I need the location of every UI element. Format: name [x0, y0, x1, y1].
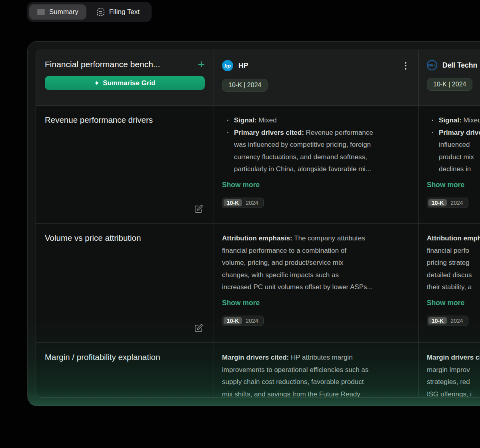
filing-badge[interactable]: 10-K | 2024	[222, 79, 268, 92]
cell-line: their stability, a	[427, 281, 480, 294]
benchmark-grid-panel: Financial performance bench... + ✦ Summa…	[36, 50, 480, 398]
cell-line: changes, with specific impacts such as	[222, 269, 412, 282]
summarise-grid-button[interactable]: ✦ Summarise Grid	[45, 76, 205, 90]
summarise-grid-label: Summarise Grid	[103, 79, 155, 87]
cell-hp-volume: Attribution emphasis: The company attrib…	[214, 224, 419, 343]
show-more-link[interactable]: Show more	[222, 181, 260, 189]
cell-hp-revenue: Signal: Mixed Primary drivers cited: Rev…	[214, 106, 419, 224]
list-icon	[37, 9, 45, 15]
cell-dell-revenue: Signal: Mixed Primary drivers cited: inf…	[419, 106, 480, 224]
cell-line: pricing strateg	[427, 257, 480, 269]
add-column-button[interactable]: +	[198, 60, 205, 69]
show-more-link[interactable]: Show more	[222, 299, 260, 307]
citation-badge[interactable]: 10-K2024	[427, 198, 468, 208]
hp-logo-icon: hp	[222, 60, 233, 71]
tab-filing-text-label: Filing Text	[109, 8, 140, 16]
column-header-hp: hp HP 10-K | 2024	[214, 50, 419, 106]
cell-line: Signal: Mixed	[427, 114, 480, 127]
citation-badge[interactable]: 10-K2024	[222, 316, 264, 326]
grid-title: Financial performance bench...	[45, 60, 160, 69]
company-name: HP	[238, 62, 248, 70]
filing-badge[interactable]: 10-K | 2024	[427, 78, 472, 91]
edit-row-icon[interactable]	[194, 324, 203, 333]
show-more-link[interactable]: Show more	[427, 299, 464, 307]
row-label-margin: Margin / profitability explanation	[36, 343, 214, 398]
cell-line: financial perfo	[427, 245, 480, 257]
column-header-dell: DELL Dell Techn 10-K | 2024	[419, 50, 480, 106]
cell-line: strategies, red	[427, 376, 480, 388]
cell-line: ISG offerings, i	[427, 388, 480, 398]
sparkle-icon: ✦	[94, 80, 100, 87]
cell-line: currency fluctuations, and demand softne…	[222, 151, 412, 164]
edit-row-icon[interactable]	[194, 204, 203, 214]
row-label-volume: Volume vs price attribution	[36, 224, 214, 343]
dell-logo-icon: DELL	[427, 60, 437, 70]
company-name: Dell Techn	[442, 61, 477, 70]
cell-line: margin improv	[427, 364, 480, 376]
cell-line: detailed discus	[427, 269, 480, 282]
cell-line: declines in	[427, 163, 480, 176]
cell-line: Signal: Mixed	[222, 114, 412, 127]
cell-line: financial performance to a combination o…	[222, 245, 412, 257]
row-label-text: Margin / profitability explanation	[45, 352, 205, 362]
tab-filing-text[interactable]: Filing Text	[88, 4, 148, 20]
cell-line: product mix	[427, 151, 480, 164]
cell-line: particularly in China, alongside favorab…	[222, 163, 412, 176]
row-label-text: Volume vs price attribution	[45, 233, 205, 243]
cell-line: Primary drivers cited: Revenue performan…	[222, 127, 412, 139]
tab-summary-label: Summary	[49, 8, 78, 16]
show-more-link[interactable]: Show more	[427, 181, 464, 189]
cell-line: Margin drivers cited:	[427, 352, 480, 364]
tab-summary[interactable]: Summary	[29, 4, 86, 20]
cell-line: Attribution emphasis: The company attrib…	[222, 232, 412, 245]
view-tabbar: Summary Filing Text	[27, 2, 152, 22]
cell-line: Primary drivers cited:	[427, 127, 480, 139]
row-label-revenue: Revenue performance drivers	[36, 106, 214, 224]
citation-badge[interactable]: 10-K2024	[427, 316, 468, 326]
cell-line: volume, pricing, and product/service mix	[222, 257, 412, 269]
cell-line: Margin drivers cited: HP attributes marg…	[222, 352, 412, 364]
kebab-menu-icon[interactable]	[403, 60, 408, 71]
cell-hp-margin: Margin drivers cited: HP attributes marg…	[214, 343, 419, 398]
cell-line: influenced	[427, 139, 480, 151]
cell-line: was influenced by competitive pricing, f…	[222, 139, 412, 151]
cell-dell-volume: Attribution emphasis: financial perfo pr…	[419, 224, 480, 343]
cell-line: improvements to operational efficiencies…	[222, 364, 412, 376]
cell-line: supply chain cost reductions, favorable …	[222, 376, 412, 388]
grid-header-cell: Financial performance bench... + ✦ Summa…	[36, 50, 214, 106]
cell-line: increased PC unit volumes offset by lowe…	[222, 281, 412, 294]
cell-dell-margin: Margin drivers cited: margin improv stra…	[419, 343, 480, 398]
row-label-text: Revenue performance drivers	[45, 115, 205, 125]
benchmark-grid-card: Financial performance bench... + ✦ Summa…	[27, 41, 480, 406]
citation-badge[interactable]: 10-K2024	[222, 198, 264, 208]
cell-line: Attribution emphasis:	[427, 232, 480, 245]
cell-line: mix shifts, and savings from the Future …	[222, 388, 412, 398]
filing-text-icon	[96, 8, 105, 16]
